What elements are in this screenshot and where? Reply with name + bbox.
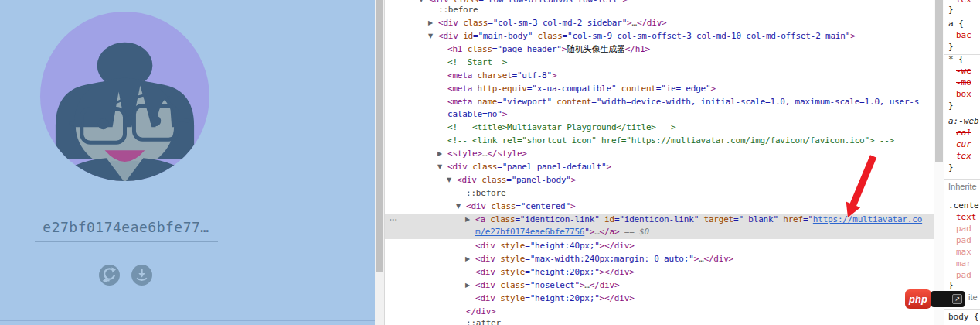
dom-tree-node[interactable]: <meta http-equiv="x-ua-compatible" conte… (447, 83, 716, 95)
code-token: > (607, 162, 611, 172)
dom-tree-node[interactable]: ▼<div class="panel panel-default"> (447, 161, 611, 173)
code-token: <!-- <title>Multiavatar Playground</titl… (447, 122, 675, 132)
code-token: == $0 (619, 227, 649, 237)
inherited-from-header[interactable]: Inherite (948, 181, 977, 193)
dom-tree-node[interactable]: <!--Start--> (447, 56, 507, 69)
css-rule-text[interactable]: a { (948, 18, 964, 29)
code-token: <div (475, 241, 500, 251)
collapse-arrow-icon[interactable]: ▼ (447, 174, 451, 186)
expand-arrow-icon[interactable]: ▶ (437, 148, 442, 160)
code-token: ="row row-offcanvas row-left" (478, 0, 622, 5)
css-rule-text[interactable]: box (956, 88, 971, 100)
code-token: ></div> (600, 293, 635, 303)
css-rule-text[interactable]: mar (956, 258, 971, 269)
dom-tree-node[interactable]: <!-- <title>Multiavatar Playground</titl… (447, 121, 675, 134)
page-scrollbar[interactable] (375, 0, 384, 325)
css-rule-text[interactable]: pad (956, 269, 971, 281)
page-scrollbar-thumb[interactable] (376, 0, 383, 272)
dom-tree-node[interactable]: ▼<div class="panel-body"> (457, 174, 576, 186)
css-rule-text[interactable]: tex (956, 150, 971, 162)
code-token: 随机头像生成器 (567, 44, 625, 54)
devtools-styles-panel[interactable]: tex}a {bac}* {-we-mobox}a:-webcolcurtex}… (944, 0, 980, 325)
css-rule-text[interactable]: max (956, 246, 971, 258)
collapse-arrow-icon[interactable]: ▼ (456, 200, 461, 213)
code-token: ></div> (600, 267, 635, 277)
elements-scrollbar-thumb[interactable] (935, 0, 943, 162)
expand-arrow-icon[interactable]: ▶ (465, 279, 470, 292)
expand-arrow-icon[interactable]: ▶ (428, 17, 433, 29)
css-rule-text[interactable]: -mo (956, 77, 971, 88)
dom-tree-node[interactable]: <!-- <link rel="shortcut icon" href="htt… (447, 135, 894, 147)
dom-tree-node[interactable]: <meta name="viewport" content="width=dev… (447, 96, 919, 108)
css-rule-text[interactable]: a:-web (948, 115, 979, 127)
code-token: <div (466, 201, 491, 211)
devtools-elements-panel[interactable]: ••• ▼<div class="row row-offcanvas row-l… (384, 0, 935, 325)
dom-tree-node[interactable]: <div style="height:20px;"></div> (475, 266, 635, 279)
refresh-button[interactable] (99, 265, 120, 286)
href-attribute-link[interactable]: m/e27bf0174eae6bfe7756 (475, 227, 584, 237)
inherited-from-header[interactable]: ite (968, 292, 978, 303)
css-rule-text[interactable]: pad (956, 223, 971, 234)
css-rule-text[interactable]: tex (956, 0, 971, 5)
css-rule-text[interactable]: } (948, 279, 954, 291)
dom-tree-node[interactable]: </div> (466, 306, 496, 318)
css-rule-text[interactable]: pad (956, 234, 971, 246)
dom-tree-node[interactable]: ▶<div class="noselect">…</div> (475, 279, 619, 292)
css-rule-text[interactable]: .cente (948, 200, 979, 211)
collapse-arrow-icon[interactable]: ▼ (437, 161, 442, 173)
php-logo: php (905, 289, 931, 309)
expand-arrow-icon[interactable]: ▶ (465, 214, 470, 226)
code-token: </a> (600, 227, 620, 237)
code-token: </style> (487, 149, 526, 159)
css-rule-text[interactable]: } (948, 4, 954, 15)
code-token: ="main-body" (473, 31, 533, 41)
dom-tree-node[interactable]: <meta charset="utf-8"> (447, 70, 556, 82)
css-rule-text[interactable]: text (956, 211, 977, 223)
dom-tree-node[interactable]: ▶<style>…</style> (447, 148, 527, 160)
more-actions-icon[interactable]: ••• (390, 217, 397, 222)
code-token: </div> (590, 280, 620, 290)
code-token: =" (803, 214, 813, 224)
dom-tree-node[interactable]: ▶<div class="col-sm-3 col-md-2 sidebar">… (438, 17, 667, 29)
dom-tree-node[interactable]: ::after (466, 317, 501, 325)
rule-separator (944, 309, 980, 310)
code-token: > (552, 70, 556, 80)
href-attribute-link[interactable]: https://multiavatar.co (813, 214, 922, 224)
css-rule-text[interactable]: col (956, 127, 971, 139)
css-rule-text[interactable]: } (948, 41, 954, 53)
dom-tree-node[interactable]: <div style="height:20px;"></div> (475, 292, 635, 305)
code-token: <!--Start--> (447, 57, 507, 67)
dom-tree-node[interactable]: m/e27bf0174eae6bfe7756">…</a> == $0 (475, 226, 649, 238)
page-footer-edge (0, 320, 375, 321)
dom-tree-node[interactable]: <h1 class="page-header">随机头像生成器</h1> (447, 43, 650, 56)
code-token: <h1 (447, 44, 468, 54)
collapse-arrow-icon[interactable]: ▼ (419, 0, 424, 6)
code-token: ::before (438, 5, 478, 15)
dom-tree-node[interactable]: ▼<div id="main-body" class="col-sm-9 col… (438, 30, 856, 43)
css-rule-text[interactable]: } (948, 100, 954, 111)
elements-scrollbar[interactable] (934, 0, 944, 325)
code-token: <meta (447, 84, 478, 94)
dom-tree-node[interactable]: ▶<a class="identicon-link" id="identicon… (475, 214, 922, 226)
dom-tree-node[interactable]: ::before (466, 187, 505, 200)
dom-tree-node[interactable]: ::before (438, 4, 478, 16)
css-rule-text[interactable]: * { (948, 53, 964, 65)
code-token: style (500, 241, 525, 251)
expand-arrow-icon[interactable]: ▶ (465, 253, 470, 265)
download-button[interactable] (131, 265, 152, 286)
css-rule-text[interactable]: body { (948, 311, 979, 323)
avatar-image[interactable] (39, 10, 211, 183)
collapse-arrow-icon[interactable]: ▼ (428, 30, 433, 43)
css-rule-text[interactable]: bac (956, 29, 971, 41)
code-token: ="viewport" (497, 97, 552, 107)
code-token: ="panel panel-default" (497, 162, 606, 172)
external-link-icon[interactable]: ↗ (952, 294, 962, 304)
css-rule-text[interactable]: cur (956, 139, 971, 150)
css-rule-text[interactable]: -we (956, 65, 971, 77)
dom-tree-node[interactable]: ▼<div class="centered"> (466, 200, 575, 213)
dom-tree-node[interactable]: calable=no"> (447, 108, 507, 121)
dom-tree-node[interactable]: ▶<div style="max-width:240px;margin: 0 a… (475, 253, 733, 265)
dom-tree-node[interactable]: <div style="height:40px;"></div> (475, 240, 635, 252)
css-rule-text[interactable]: } (948, 162, 954, 173)
code-token: calable=no" (447, 109, 502, 119)
